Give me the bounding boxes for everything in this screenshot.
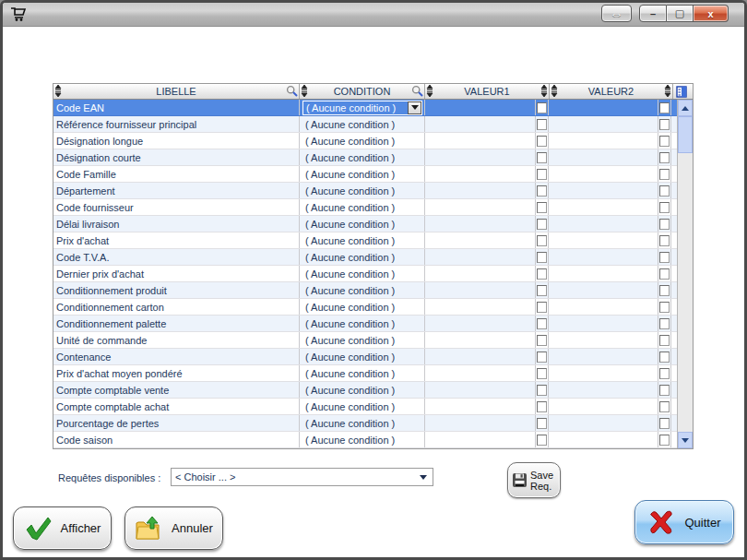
condition-combo[interactable]: ( Aucune condition ): [302, 432, 424, 447]
condition-dropdown-button[interactable]: [408, 101, 421, 114]
cell-condition[interactable]: ( Aucune condition ): [300, 299, 425, 315]
save-req-button[interactable]: Save Req.: [507, 462, 561, 498]
valeur2-checkbox-cell[interactable]: [658, 316, 671, 331]
minimize-button[interactable]: –: [639, 5, 667, 22]
table-row[interactable]: Code Famille ( Aucune condition ): [53, 166, 693, 183]
cell-libelle[interactable]: Pourcentage de pertes: [53, 415, 300, 431]
valeur2-checkbox[interactable]: [659, 385, 670, 396]
condition-combo[interactable]: ( Aucune condition ): [302, 365, 424, 381]
queries-combobox[interactable]: < Choisir ... >: [171, 468, 433, 486]
maximize-button[interactable]: ▢: [667, 5, 694, 22]
annuler-button[interactable]: Annuler: [125, 506, 223, 550]
cell-valeur1[interactable]: [425, 100, 536, 115]
afficher-button[interactable]: Afficher: [13, 506, 112, 550]
cell-valeur1[interactable]: [425, 399, 536, 414]
valeur1-checkbox[interactable]: [537, 102, 547, 113]
scroll-thumb[interactable]: [678, 116, 693, 153]
valeur1-checkbox-cell[interactable]: [536, 432, 549, 447]
valeur2-checkbox-cell[interactable]: [658, 149, 671, 165]
condition-combo[interactable]: ( Aucune condition ): [302, 282, 424, 298]
search-icon[interactable]: [411, 85, 423, 97]
table-row[interactable]: Conditionnement palette ( Aucune conditi…: [53, 316, 693, 332]
valeur2-checkbox[interactable]: [659, 235, 670, 246]
cell-valeur1[interactable]: [425, 199, 536, 215]
cell-valeur1[interactable]: [425, 216, 536, 232]
valeur1-checkbox-cell[interactable]: [536, 149, 549, 165]
valeur2-checkbox[interactable]: [659, 335, 670, 346]
valeur2-checkbox[interactable]: [659, 119, 670, 130]
table-row[interactable]: Conditionnement carton ( Aucune conditio…: [53, 299, 693, 316]
cell-condition[interactable]: ( Aucune condition ): [300, 216, 425, 232]
valeur2-checkbox-cell[interactable]: [658, 266, 671, 281]
cell-libelle[interactable]: Délai livraison: [53, 216, 300, 232]
condition-combo[interactable]: ( Aucune condition ): [302, 199, 424, 215]
cell-valeur2[interactable]: [549, 249, 658, 265]
cell-valeur1[interactable]: [425, 282, 536, 298]
valeur2-checkbox[interactable]: [659, 169, 670, 180]
cell-libelle[interactable]: Compte comptable vente: [53, 382, 300, 398]
valeur1-checkbox[interactable]: [537, 401, 547, 412]
column-adjust-icon[interactable]: [664, 85, 671, 97]
cell-condition[interactable]: ( Aucune condition ): [300, 166, 425, 182]
titlebar[interactable]: ⇔ – ▢ x: [3, 3, 744, 27]
condition-combo[interactable]: ( Aucune condition ): [302, 133, 424, 149]
search-icon[interactable]: [286, 85, 298, 97]
cell-condition[interactable]: ( Aucune condition ): [300, 183, 425, 198]
cell-valeur2[interactable]: [549, 266, 658, 281]
valeur1-checkbox[interactable]: [537, 285, 547, 296]
table-row[interactable]: Prix d'achat ( Aucune condition ): [53, 232, 693, 249]
cell-libelle[interactable]: Code saison: [53, 432, 300, 447]
condition-combo[interactable]: ( Aucune condition ): [302, 183, 424, 198]
cell-libelle[interactable]: Compte comptable achat: [53, 399, 300, 414]
valeur1-checkbox-cell[interactable]: [536, 299, 549, 315]
table-row[interactable]: Code fournisseur ( Aucune condition ): [53, 199, 693, 216]
cell-valeur1[interactable]: [425, 415, 536, 431]
valeur2-checkbox[interactable]: [659, 268, 670, 280]
valeur1-checkbox[interactable]: [537, 268, 547, 280]
cell-valeur1[interactable]: [425, 382, 536, 398]
cell-libelle[interactable]: Référence fournisseur principal: [53, 116, 300, 132]
valeur1-checkbox-cell[interactable]: [536, 166, 549, 182]
cell-valeur1[interactable]: [425, 183, 536, 198]
table-row[interactable]: Code T.V.A. ( Aucune condition ): [53, 249, 693, 266]
valeur1-checkbox[interactable]: [537, 351, 547, 363]
cell-valeur2[interactable]: [549, 149, 658, 165]
cell-libelle[interactable]: Prix d'achat: [53, 232, 300, 248]
valeur1-checkbox-cell[interactable]: [536, 266, 549, 281]
table-row[interactable]: Unité de commande ( Aucune condition ): [53, 332, 693, 349]
valeur1-checkbox-cell[interactable]: [536, 216, 549, 232]
cell-valeur1[interactable]: [425, 266, 536, 281]
grid-options-corner[interactable]: [673, 84, 689, 99]
cell-libelle[interactable]: Code Famille: [53, 166, 300, 182]
cell-valeur1[interactable]: [425, 166, 536, 182]
condition-combo[interactable]: ( Aucune condition ): [302, 332, 424, 348]
condition-combo[interactable]: ( Aucune condition ): [302, 299, 424, 315]
cell-valeur1[interactable]: [425, 432, 536, 447]
cell-valeur2[interactable]: [549, 166, 658, 182]
valeur1-checkbox[interactable]: [537, 152, 547, 163]
cell-libelle[interactable]: Code T.V.A.: [53, 249, 300, 265]
valeur2-checkbox[interactable]: [659, 252, 670, 263]
cell-valeur2[interactable]: [549, 282, 658, 298]
valeur2-checkbox-cell[interactable]: [658, 232, 671, 248]
valeur1-checkbox-cell[interactable]: [536, 183, 549, 198]
valeur2-checkbox-cell[interactable]: [658, 332, 671, 348]
cell-condition[interactable]: ( Aucune condition ): [300, 399, 425, 414]
cell-libelle[interactable]: Contenance: [53, 349, 300, 364]
cell-libelle[interactable]: Conditionnement carton: [53, 299, 300, 315]
cell-valeur2[interactable]: [549, 349, 658, 364]
condition-combo[interactable]: ( Aucune condition ): [302, 116, 424, 132]
valeur2-checkbox[interactable]: [659, 202, 670, 213]
valeur1-checkbox[interactable]: [537, 185, 547, 197]
cell-libelle[interactable]: Désignation longue: [53, 133, 300, 149]
cell-condition[interactable]: ( Aucune condition ): [300, 149, 425, 165]
cell-libelle[interactable]: Unité de commande: [53, 332, 300, 348]
cell-valeur2[interactable]: [549, 133, 658, 149]
condition-combo[interactable]: ( Aucune condition ): [302, 382, 424, 398]
valeur1-checkbox-cell[interactable]: [536, 332, 549, 348]
valeur2-checkbox-cell[interactable]: [658, 133, 671, 149]
cell-valeur2[interactable]: [549, 365, 658, 381]
cell-libelle[interactable]: Conditionnement palette: [53, 316, 300, 331]
cell-valeur2[interactable]: [549, 316, 658, 331]
column-header-valeur2[interactable]: VALEUR2: [550, 84, 673, 99]
